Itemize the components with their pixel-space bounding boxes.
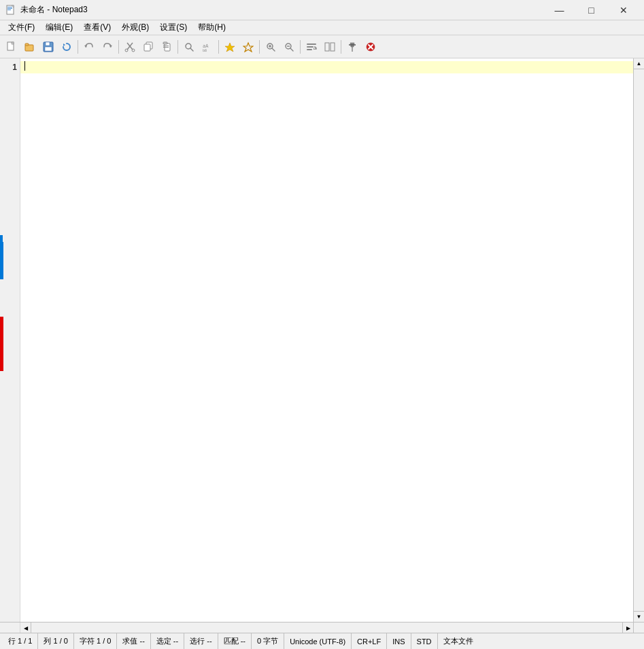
svg-rect-2 — [7, 8, 12, 9]
status-match: 匹配 -- — [218, 633, 252, 649]
status-row: 行 1 / 1 — [5, 633, 38, 649]
toolbar-redo-button[interactable] — [99, 38, 116, 56]
title-left: 未命名 - Notepad3 — [5, 4, 88, 16]
status-ins: INS — [387, 633, 411, 649]
line-num-1: 1 — [5, 61, 17, 73]
status-value: 求值 -- — [117, 633, 150, 649]
svg-rect-23 — [163, 42, 167, 44]
svg-marker-41 — [313, 48, 315, 50]
menu-file[interactable]: 文件(F) — [3, 20, 40, 35]
svg-marker-31 — [243, 43, 253, 52]
svg-marker-30 — [225, 43, 235, 52]
scroll-left-arrow[interactable]: ◀ — [20, 622, 31, 633]
menu-edit[interactable]: 编辑(E) — [40, 20, 78, 35]
app-icon — [5, 5, 16, 16]
toolbar-copy-button[interactable] — [139, 38, 157, 56]
line-numbers: 1 — [5, 58, 20, 622]
menu-settings[interactable]: 设置(S) — [154, 20, 192, 35]
svg-rect-3 — [7, 10, 11, 10]
svg-rect-1 — [7, 7, 12, 7]
toolbar-undo-button[interactable] — [80, 38, 98, 56]
status-std: STD — [411, 633, 438, 649]
status-select1: 选定 -- — [151, 633, 184, 649]
toolbar-open-button[interactable] — [21, 38, 39, 56]
menu-help[interactable]: 帮助(H) — [192, 20, 231, 35]
scrollbar-down-arrow[interactable]: ▼ — [634, 611, 644, 622]
svg-point-18 — [125, 49, 128, 52]
svg-line-27 — [190, 48, 193, 51]
svg-line-33 — [272, 48, 275, 51]
svg-marker-13 — [63, 43, 65, 46]
toolbar-sep-5 — [259, 40, 260, 54]
toolbar-sep-6 — [300, 40, 301, 54]
toolbar: aA bB — [0, 35, 644, 58]
left-gutter — [0, 58, 5, 622]
editor-area — [20, 58, 633, 622]
toolbar-zoomin-button[interactable] — [262, 38, 279, 56]
editor-textarea[interactable] — [20, 58, 633, 622]
toolbar-sep-2 — [118, 40, 119, 54]
svg-rect-24 — [163, 46, 169, 46]
status-line-ending: CR+LF — [352, 633, 387, 649]
red-marker — [0, 317, 3, 371]
toolbar-sep-4 — [218, 40, 219, 54]
toolbar-sep-3 — [177, 40, 178, 54]
main-area: 1 ▲ ▼ — [0, 58, 644, 622]
horizontal-scrollbar-area: ◀ ▶ — [0, 622, 644, 633]
status-encoding: Unicode (UTF-8) — [284, 633, 352, 649]
status-col: 列 1 / 0 — [38, 633, 73, 649]
toolbar-reload-button[interactable] — [58, 38, 75, 56]
svg-rect-43 — [325, 43, 329, 51]
minimize-button[interactable]: — — [544, 0, 575, 20]
status-char: 字符 1 / 0 — [74, 633, 117, 649]
svg-rect-9 — [25, 43, 29, 46]
toolbar-new-button[interactable] — [3, 38, 20, 56]
title-buttons: — □ ✕ — [544, 0, 639, 20]
toolbar-wordwrap-button[interactable] — [303, 38, 320, 56]
svg-rect-12 — [45, 47, 52, 51]
title-bar: 未命名 - Notepad3 — □ ✕ — [0, 0, 644, 20]
toolbar-cut-button[interactable] — [121, 38, 139, 56]
svg-point-19 — [132, 49, 135, 52]
toolbar-sep-1 — [78, 40, 78, 54]
toolbar-sep-7 — [341, 40, 341, 54]
status-bar: 行 1 / 1 列 1 / 0 字符 1 / 0 求值 -- 选定 -- 选行 … — [0, 633, 644, 649]
toolbar-find-button[interactable] — [180, 38, 198, 56]
svg-rect-44 — [331, 43, 335, 51]
svg-rect-39 — [307, 43, 316, 45]
status-bytes: 0 字节 — [252, 633, 284, 649]
toolbar-split-button[interactable] — [321, 38, 339, 56]
status-file-type: 文本文件 — [438, 633, 479, 649]
toolbar-bookmark-button[interactable] — [221, 38, 239, 56]
toolbar-zoomout-button[interactable] — [280, 38, 298, 56]
scrollbar-track[interactable] — [634, 69, 644, 611]
status-select2: 选行 -- — [184, 633, 218, 649]
svg-rect-21 — [144, 44, 150, 51]
toolbar-bookmark2-button[interactable] — [239, 38, 257, 56]
close-window-button[interactable]: ✕ — [608, 0, 639, 20]
menu-bar: 文件(F) 编辑(E) 查看(V) 外观(B) 设置(S) 帮助(H) — [0, 20, 644, 35]
scrollbar-up-arrow[interactable]: ▲ — [634, 58, 644, 69]
menu-view[interactable]: 查看(V) — [78, 20, 116, 35]
svg-rect-25 — [163, 47, 169, 48]
horizontal-scrollbar-track[interactable] — [31, 622, 622, 633]
scroll-right-arrow[interactable]: ▶ — [622, 622, 633, 633]
svg-line-37 — [290, 48, 293, 51]
blue-marker — [0, 242, 3, 279]
toolbar-save-button[interactable] — [39, 38, 57, 56]
toolbar-closedoc-button[interactable] — [362, 38, 379, 56]
svg-rect-40 — [307, 46, 313, 48]
scrollbar-corner — [633, 622, 644, 633]
svg-rect-42 — [307, 49, 312, 50]
svg-rect-11 — [46, 42, 50, 46]
menu-appearance[interactable]: 外观(B) — [116, 20, 154, 35]
toolbar-paste-button[interactable] — [158, 38, 175, 56]
svg-text:bB: bB — [203, 48, 207, 52]
toolbar-pin-button[interactable] — [343, 38, 361, 56]
vertical-scrollbar[interactable]: ▲ ▼ — [633, 58, 644, 622]
maximize-button[interactable]: □ — [576, 0, 607, 20]
title-text: 未命名 - Notepad3 — [20, 4, 88, 16]
toolbar-replace-button[interactable]: aA bB — [199, 38, 216, 56]
